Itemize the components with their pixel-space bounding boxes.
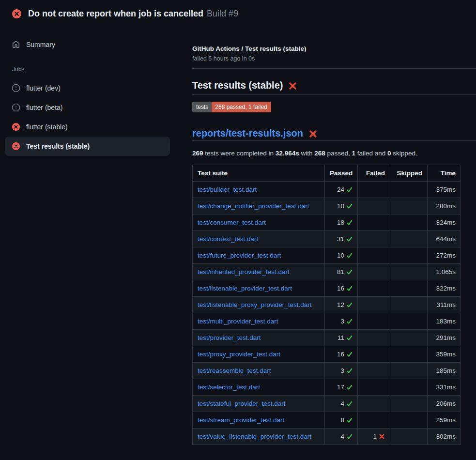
table-row: test/context_test.dart31644ms [193,231,461,247]
test-suite-link[interactable]: test/proxy_provider_test.dart [198,351,280,358]
time-cell: 322ms [428,280,461,297]
skipped-cell [390,429,428,445]
sidebar-item-flutter-stable[interactable]: flutter (stable) [5,117,170,137]
skipped-cell [390,412,428,429]
summary-text: passed, [325,150,352,157]
page-title: Do not create report when job is cancell… [28,9,203,19]
breadcrumb: GitHub Actions / Test results (stable) [192,45,476,52]
test-suite-link[interactable]: test/multi_provider_test.dart [198,318,278,325]
passed-cell: 8 [325,412,358,429]
table-row: test/multi_provider_test.dart3183ms [193,313,461,330]
suite-cell: test/value_listenable_provider_test.dart [193,429,325,445]
sidebar-item-test-results-stable[interactable]: Test results (stable) [5,137,170,156]
time-cell: 324ms [428,215,461,231]
test-suite-link[interactable]: test/builder_test.dart [198,186,257,193]
time-cell: 291ms [428,330,461,346]
test-suite-link[interactable]: test/value_listenable_provider_test.dart [198,433,311,440]
suite-cell: test/change_notifier_provider_test.dart [193,198,325,215]
failed-cell: 1 [358,429,390,445]
failed-cell [358,396,390,412]
table-row: test/inherited_provider_test.dart811.065… [193,264,461,280]
failed-cell [358,198,390,215]
jobs-list: flutter (dev)flutter (beta)flutter (stab… [5,78,170,156]
home-icon [12,41,20,48]
table-row: test/value_listenable_provider_test.dart… [193,429,461,445]
suite-cell: test/listenable_proxy_provider_test.dart [193,297,325,313]
table-row: test/change_notifier_provider_test.dart1… [193,198,461,215]
badge-value: 268 passed, 1 failed [212,102,271,112]
sidebar-item-label: flutter (stable) [26,123,68,131]
test-suite-link[interactable]: test/stateful_provider_test.dart [198,400,286,407]
stop-cancelled-icon [12,84,20,92]
skipped-cell [390,363,428,379]
test-suite-link[interactable]: test/provider_test.dart [198,334,261,341]
passed-cell: 31 [325,231,358,247]
test-suite-link[interactable]: test/consumer_test.dart [198,219,266,226]
failed-cell [358,215,390,231]
table-row: test/stateful_provider_test.dart4206ms [193,396,461,412]
summary-text: tests were completed in [203,150,276,157]
column-header-failed: Failed [358,165,390,182]
passed-cell: 16 [325,280,358,297]
passed-cell: 3 [325,313,358,330]
sidebar-item-summary[interactable]: Summary [5,35,170,54]
test-suite-link[interactable]: test/listenable_proxy_provider_test.dart [198,301,312,308]
test-suite-link[interactable]: test/reassemble_test.dart [198,367,271,374]
summary-number: 269 [192,150,203,157]
section-title: Test results (stable) [192,80,476,91]
x-circle-fail-icon [12,9,21,18]
failed-cell [358,346,390,363]
badge-label: tests [192,102,212,112]
report-file-link[interactable]: reports/test-results.json [192,128,303,139]
time-cell: 375ms [428,182,461,198]
passed-cell: 4 [325,429,358,445]
suite-cell: test/listenable_provider_test.dart [193,280,325,297]
failed-cell [358,313,390,330]
table-header-row: Test suitePassedFailedSkippedTime [193,165,461,182]
report-heading: reports/test-results.json [192,128,476,139]
passed-cell: 10 [325,247,358,264]
x-circle-fail-icon [12,142,20,150]
passed-cell: 81 [325,264,358,280]
test-suite-link[interactable]: test/context_test.dart [198,235,258,243]
suite-cell: test/stateful_provider_test.dart [193,396,325,412]
test-suite-link[interactable]: test/stream_provider_test.dart [198,416,284,424]
suite-cell: test/provider_test.dart [193,330,325,346]
suite-cell: test/future_provider_test.dart [193,247,325,264]
suite-cell: test/context_test.dart [193,231,325,247]
test-suite-link[interactable]: test/change_notifier_provider_test.dart [198,202,309,210]
failed-cell [358,297,390,313]
build-number: Build #9 [207,9,238,19]
suite-cell: test/consumer_test.dart [193,215,325,231]
column-header-test-suite: Test suite [193,165,325,182]
divider [192,94,476,95]
test-suite-link[interactable]: test/future_provider_test.dart [198,252,281,259]
failed-cell [358,379,390,396]
passed-cell: 11 [325,330,358,346]
suite-cell: test/builder_test.dart [193,182,325,198]
skipped-cell [390,396,428,412]
time-cell: 302ms [428,429,461,445]
table-row: test/listenable_provider_test.dart16322m… [193,280,461,297]
suite-cell: test/stream_provider_test.dart [193,412,325,429]
table-row: test/stream_provider_test.dart8259ms [193,412,461,429]
table-row: test/consumer_test.dart18324ms [193,215,461,231]
test-suite-link[interactable]: test/listenable_provider_test.dart [198,285,292,292]
passed-cell: 3 [325,363,358,379]
failed-cell [358,280,390,297]
skipped-cell [390,379,428,396]
time-cell: 259ms [428,412,461,429]
table-row: test/provider_test.dart11291ms [193,330,461,346]
divider [192,140,476,141]
skipped-cell [390,231,428,247]
test-suite-link[interactable]: test/selector_test.dart [198,383,260,391]
time-cell: 311ms [428,297,461,313]
failed-cell [358,330,390,346]
passed-cell: 4 [325,396,358,412]
sidebar-item-flutter-dev[interactable]: flutter (dev) [5,78,170,98]
x-circle-fail-icon [12,123,20,131]
passed-cell: 12 [325,297,358,313]
table-row: test/listenable_proxy_provider_test.dart… [193,297,461,313]
test-suite-link[interactable]: test/inherited_provider_test.dart [198,268,290,276]
sidebar-item-flutter-beta[interactable]: flutter (beta) [5,98,170,117]
